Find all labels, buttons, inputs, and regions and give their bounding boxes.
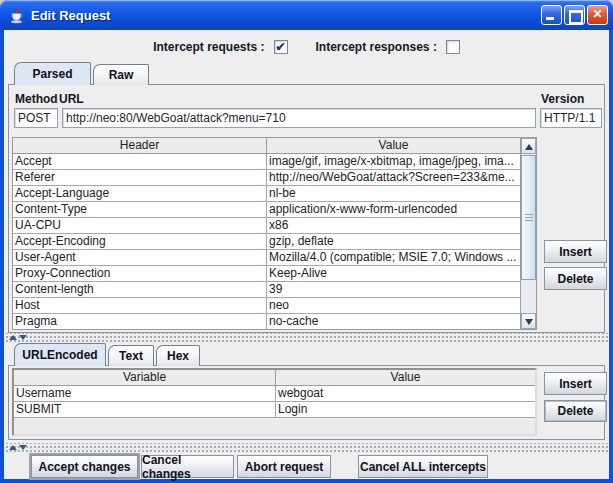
params-col-variable[interactable]: Variable bbox=[14, 370, 276, 386]
params-table: Variable Value Usernamewebgoat SUBMITLog… bbox=[14, 370, 535, 434]
table-row[interactable]: Content-Typeapplication/x-www-form-urlen… bbox=[13, 202, 520, 218]
collapse-down-icon[interactable] bbox=[19, 335, 27, 340]
headers-col-header[interactable]: Header bbox=[13, 138, 267, 154]
version-label: Version bbox=[541, 92, 584, 106]
url-input[interactable]: http://neo:80/WebGoat/attack?menu=710 bbox=[62, 108, 536, 128]
collapse-up-icon[interactable] bbox=[9, 335, 17, 340]
scroll-up-icon[interactable] bbox=[521, 138, 536, 154]
collapse-down-icon[interactable] bbox=[19, 445, 27, 450]
intercept-requests-checkbox[interactable]: ✔ bbox=[274, 40, 288, 54]
table-row[interactable]: Usernamewebgoat bbox=[14, 386, 535, 402]
table-row[interactable]: Acceptimage/gif, image/x-xbitmap, image/… bbox=[13, 154, 520, 170]
dialog-content: Intercept requests : ✔ Intercept respons… bbox=[4, 30, 609, 479]
headers-scrollbar[interactable] bbox=[520, 138, 536, 329]
cancel-changes-button[interactable]: Cancel changes bbox=[141, 455, 234, 478]
headers-scrollpane: Header Value Acceptimage/gif, image/x-xb… bbox=[12, 137, 537, 330]
window-title: Edit Request bbox=[31, 8, 110, 23]
params-delete-button[interactable]: Delete bbox=[544, 400, 607, 422]
headers-col-value[interactable]: Value bbox=[267, 138, 520, 154]
table-row[interactable]: Refererhttp://neo/WebGoat/attack?Screen=… bbox=[13, 170, 520, 186]
tab-parsed[interactable]: Parsed bbox=[14, 62, 91, 85]
table-row[interactable]: SUBMITLogin bbox=[14, 402, 535, 418]
edit-request-window: Edit Request Intercept requests : ✔ Inte… bbox=[0, 0, 613, 483]
tab-urlencoded[interactable]: URLEncoded bbox=[14, 343, 106, 366]
intercept-requests-label: Intercept requests : bbox=[153, 40, 264, 54]
abort-request-button[interactable]: Abort request bbox=[237, 455, 331, 478]
accept-changes-button[interactable]: Accept changes bbox=[31, 455, 138, 478]
method-input[interactable]: POST bbox=[14, 108, 58, 128]
intercept-options: Intercept requests : ✔ Intercept respons… bbox=[4, 35, 609, 59]
urlencoded-panel: Variable Value Usernamewebgoat SUBMITLog… bbox=[8, 365, 605, 440]
minimize-button[interactable] bbox=[541, 5, 562, 25]
java-app-icon bbox=[8, 7, 25, 24]
headers-insert-button[interactable]: Insert bbox=[544, 240, 607, 263]
params-scrollpane: Variable Value Usernamewebgoat SUBMITLog… bbox=[12, 368, 537, 436]
table-row[interactable]: Pragmano-cache bbox=[13, 314, 520, 330]
table-row[interactable]: Content-length39 bbox=[13, 282, 520, 298]
maximize-button[interactable] bbox=[564, 5, 585, 25]
table-row[interactable]: Accept-Encodinggzip, deflate bbox=[13, 234, 520, 250]
intercept-responses-label: Intercept responses : bbox=[316, 40, 437, 54]
method-label: Method bbox=[15, 92, 58, 106]
tab-text[interactable]: Text bbox=[108, 345, 154, 366]
params-insert-button[interactable]: Insert bbox=[544, 372, 607, 395]
table-row[interactable]: Proxy-ConnectionKeep-Alive bbox=[13, 266, 520, 282]
scroll-down-icon[interactable] bbox=[521, 313, 536, 329]
headers-table: Header Value Acceptimage/gif, image/x-xb… bbox=[13, 138, 520, 329]
titlebar[interactable]: Edit Request bbox=[0, 0, 613, 30]
headers-delete-button[interactable]: Delete bbox=[544, 267, 607, 290]
table-row[interactable]: Accept-Languagenl-be bbox=[13, 186, 520, 202]
tab-raw[interactable]: Raw bbox=[93, 64, 149, 85]
url-label: URL bbox=[59, 92, 84, 106]
tab-hex[interactable]: Hex bbox=[156, 345, 200, 366]
cancel-all-intercepts-button[interactable]: Cancel ALL intercepts bbox=[358, 455, 488, 478]
close-button[interactable] bbox=[587, 5, 608, 25]
version-input[interactable]: HTTP/1.1 bbox=[540, 108, 602, 128]
intercept-responses-checkbox[interactable] bbox=[446, 40, 460, 54]
scrollbar-thumb[interactable] bbox=[521, 155, 536, 280]
table-row[interactable]: User-AgentMozilla/4.0 (compatible; MSIE … bbox=[13, 250, 520, 266]
split-divider[interactable] bbox=[4, 333, 609, 342]
table-row[interactable]: UA-CPUx86 bbox=[13, 218, 520, 234]
collapse-up-icon[interactable] bbox=[9, 445, 17, 450]
table-row[interactable]: Hostneo bbox=[13, 298, 520, 314]
split-divider-bottom[interactable] bbox=[4, 443, 609, 452]
parsed-request-panel: Method URL Version POST http://neo:80/We… bbox=[8, 84, 605, 333]
params-col-value[interactable]: Value bbox=[276, 370, 535, 386]
